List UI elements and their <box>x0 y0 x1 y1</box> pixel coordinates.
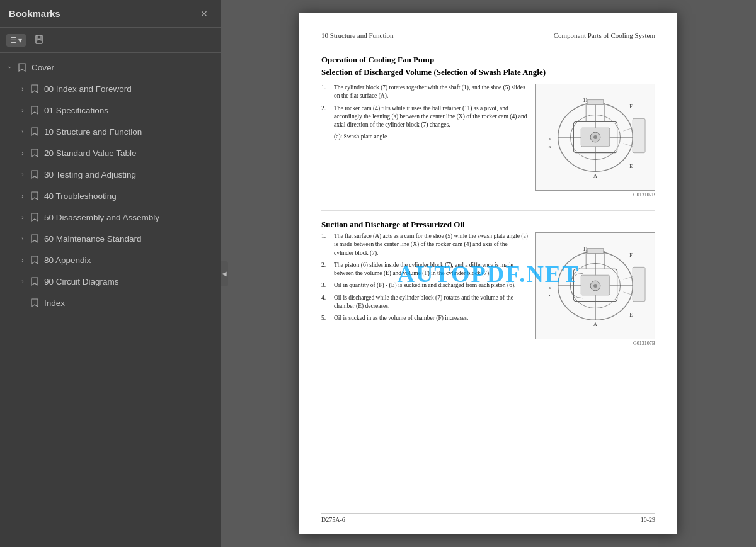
section1-list: 1. The cylinder block (7) rotates togeth… <box>321 84 528 142</box>
bookmark-item-40[interactable]: ›40 Troubleshooting <box>0 185 220 206</box>
bookmark-icon <box>29 83 40 94</box>
bookmark-item-90[interactable]: ›90 Circuit Diagrams <box>0 271 220 292</box>
page-footer: D275A-6 10-29 <box>321 513 655 523</box>
svg-point-9 <box>593 135 597 139</box>
bookmark-item-60[interactable]: ›60 Maintenance Standard <box>0 228 220 249</box>
svg-point-28 <box>593 284 597 288</box>
view-menu-button[interactable]: ☰ ▾ <box>6 34 26 47</box>
bookmark-icon-button[interactable] <box>30 31 49 49</box>
section2: Suction and Discharge of Pressurized Oil… <box>321 220 655 346</box>
expand-arrow-icon: › <box>18 191 28 201</box>
diagram2-box: F a x E A 11 <box>536 232 655 339</box>
bookmark-item-30[interactable]: ›30 Testing and Adjusting <box>0 164 220 185</box>
bookmark-label: Cover <box>32 63 215 72</box>
section1-content-block: 1. The cylinder block (7) rotates togeth… <box>321 84 655 198</box>
svg-text:E: E <box>629 164 633 169</box>
bookmark-icon <box>29 211 40 223</box>
bookmark-icon <box>29 169 40 180</box>
bookmark-icon <box>34 34 44 46</box>
list-item: 5. Oil is sucked in as the volume of cha… <box>321 314 528 322</box>
bookmark-item-50[interactable]: ›50 Disassembly and Assembly <box>0 206 220 228</box>
section2-content-block: 1. The flat surface (A) acts as a cam fo… <box>321 232 655 346</box>
bookmark-icon <box>29 297 40 308</box>
diagram1-box: F a x E A 11 <box>536 84 655 191</box>
bookmark-item-80[interactable]: ›80 Appendix <box>0 249 220 271</box>
page-header: 10 Structure and Function Component Part… <box>321 31 655 43</box>
bookmark-tree: ›Cover›00 Index and Foreword›01 Specific… <box>0 53 220 547</box>
svg-text:E: E <box>629 312 633 318</box>
svg-text:11: 11 <box>583 246 588 252</box>
list-item: 4. Oil is discharged while the cylinder … <box>321 294 528 311</box>
bookmark-item-10[interactable]: ›10 Structure and Function <box>0 121 220 142</box>
bookmark-item-index[interactable]: ›Index <box>0 292 220 313</box>
expand-arrow-icon: › <box>18 234 28 244</box>
diagram1-caption: G013107B <box>536 192 655 198</box>
svg-text:A: A <box>593 173 597 179</box>
page-viewer: 10 Structure and Function Component Part… <box>299 13 677 534</box>
footer-right: 10-29 <box>641 516 655 523</box>
bookmark-label: 30 Testing and Adjusting <box>44 170 215 179</box>
svg-text:11: 11 <box>583 98 588 103</box>
list-item: (a): Swash plate angle <box>321 133 528 141</box>
section-divider <box>321 210 655 211</box>
svg-rect-19 <box>633 118 645 152</box>
expand-arrow-icon: › <box>5 62 15 72</box>
sidebar-header: Bookmarks × <box>0 0 220 28</box>
sidebar: Bookmarks × ☰ ▾ ›Cover›00 Index and Fore… <box>0 0 220 547</box>
expand-arrow-icon: › <box>18 127 28 137</box>
page-header-left: 10 Structure and Function <box>321 31 394 39</box>
list-icon: ☰ <box>10 36 17 45</box>
footer-left: D275A-6 <box>321 516 345 523</box>
svg-text:x: x <box>549 144 551 149</box>
bookmark-icon <box>16 62 28 73</box>
svg-text:x: x <box>549 293 551 297</box>
bookmark-label: 60 Maintenance Standard <box>44 234 215 244</box>
sidebar-toolbar: ☰ ▾ <box>0 28 220 53</box>
list-item: 1. The cylinder block (7) rotates togeth… <box>321 84 528 101</box>
bookmark-label: 40 Troubleshooting <box>44 191 215 201</box>
bookmark-item-cover[interactable]: ›Cover <box>0 57 220 78</box>
bookmark-icon <box>29 233 40 244</box>
svg-text:F: F <box>629 252 633 258</box>
svg-text:a: a <box>549 137 551 141</box>
collapse-arrow-icon: ◀ <box>222 270 227 277</box>
svg-text:a: a <box>549 285 551 290</box>
section1-text: 1. The cylinder block (7) rotates togeth… <box>321 84 528 198</box>
bookmark-label: 00 Index and Foreword <box>44 84 215 94</box>
bookmark-label: 01 Specifications <box>44 106 215 115</box>
bookmark-icon <box>29 254 40 266</box>
sidebar-title: Bookmarks <box>9 8 60 19</box>
bookmark-icon <box>29 190 40 201</box>
expand-arrow-icon: › <box>18 105 28 115</box>
bookmark-label: 50 Disassembly and Assembly <box>44 213 215 222</box>
section1: Operation of Cooling Fan Pump Selection … <box>321 55 655 198</box>
section1-title: Operation of Cooling Fan Pump <box>321 55 655 65</box>
bookmark-label: Index <box>44 298 215 308</box>
section2-text: 1. The flat surface (A) acts as a cam fo… <box>321 232 528 346</box>
close-button[interactable]: × <box>197 6 212 21</box>
expand-arrow-icon: › <box>18 255 28 265</box>
expand-arrow-icon: › <box>18 148 28 158</box>
section2-title: Suction and Discharge of Pressurized Oil <box>321 220 655 230</box>
svg-text:F: F <box>629 104 633 110</box>
collapse-sidebar-button[interactable]: ◀ <box>220 261 228 286</box>
list-item: 3. Oil in quantity of (F) - (E) is sucke… <box>321 281 528 290</box>
diagram2-caption: G013107B <box>536 341 655 346</box>
expand-arrow-icon: › <box>18 169 28 179</box>
bookmark-icon <box>29 126 40 137</box>
bookmark-label: 90 Circuit Diagrams <box>44 277 215 286</box>
section1-subtitle: Selection of Discharged Volume (Selectio… <box>321 67 655 77</box>
bookmark-label: 80 Appendix <box>44 256 215 265</box>
section1-diagram: F a x E A 11 <box>536 84 655 198</box>
bookmark-icon <box>29 147 40 159</box>
svg-text:A: A <box>593 322 597 327</box>
bookmark-icon <box>29 276 40 287</box>
bookmark-item-20[interactable]: ›20 Standard Value Table <box>0 142 220 164</box>
expand-arrow-icon: › <box>18 276 28 286</box>
bookmark-item-00[interactable]: ›00 Index and Foreword <box>0 78 220 99</box>
main-content: 10 Structure and Function Component Part… <box>220 0 756 547</box>
bookmark-item-01[interactable]: ›01 Specifications <box>0 99 220 121</box>
svg-rect-16 <box>587 100 604 105</box>
bookmark-label: 10 Structure and Function <box>44 127 215 137</box>
list-item: 2. The piston (6) slides inside the cyli… <box>321 261 528 278</box>
